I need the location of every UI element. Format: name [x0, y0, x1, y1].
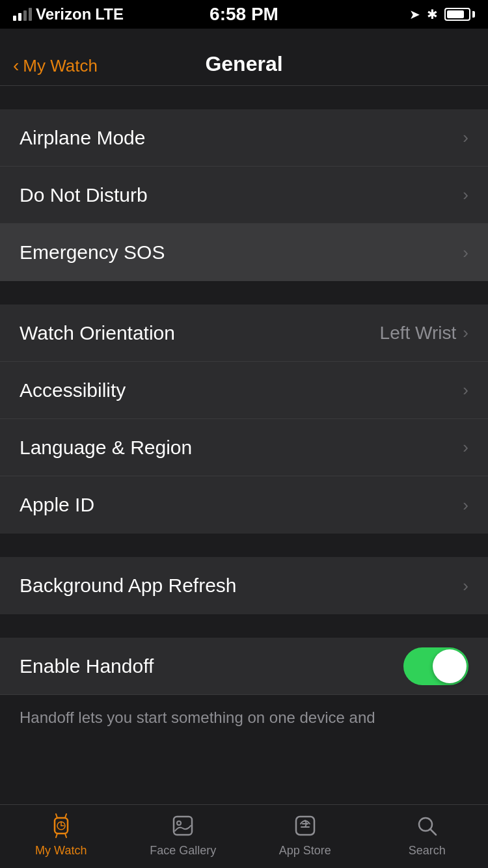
emergency-sos-right: ›	[463, 243, 468, 263]
chevron-right-icon: ›	[463, 185, 468, 205]
app-store-tab-label: App Store	[279, 844, 331, 858]
tab-app-store[interactable]: App Store	[244, 811, 366, 858]
watch-orientation-label: Watch Orientation	[20, 322, 175, 344]
list-item-watch-orientation[interactable]: Watch Orientation Left Wrist ›	[0, 305, 488, 362]
signal-bars	[13, 8, 32, 21]
language-region-label: Language & Region	[20, 437, 192, 459]
list-section-1: Airplane Mode › Do Not Disturb › Emergen…	[0, 109, 488, 281]
list-section-2: Watch Orientation Left Wrist › Accessibi…	[0, 305, 488, 534]
app-store-icon	[291, 811, 319, 840]
svg-line-4	[65, 834, 66, 837]
back-chevron-icon: ‹	[13, 55, 19, 76]
back-button[interactable]: ‹ My Watch	[0, 55, 98, 76]
tab-face-gallery[interactable]: Face Gallery	[122, 811, 245, 858]
chevron-right-icon: ›	[463, 495, 468, 515]
list-item-language-region[interactable]: Language & Region ›	[0, 419, 488, 476]
apple-id-label: Apple ID	[20, 494, 94, 516]
apple-id-right: ›	[463, 495, 468, 515]
face-gallery-tab-label: Face Gallery	[150, 844, 216, 858]
svg-line-2	[65, 814, 66, 818]
list-section-4: Enable Handoff	[0, 638, 488, 695]
emergency-sos-label: Emergency SOS	[20, 241, 165, 264]
section-spacer-4	[0, 614, 488, 638]
battery	[444, 8, 475, 21]
tab-search[interactable]: Search	[366, 811, 489, 858]
bluetooth-icon: ✱	[427, 7, 438, 22]
svg-line-12	[430, 829, 436, 835]
search-icon	[413, 811, 441, 840]
chevron-right-icon: ›	[463, 437, 468, 457]
network-type: LTE	[95, 5, 124, 23]
do-not-disturb-label: Do Not Disturb	[20, 184, 148, 206]
svg-point-9	[177, 821, 181, 825]
section-spacer-1	[0, 86, 488, 109]
background-app-refresh-label: Background App Refresh	[20, 575, 237, 597]
language-region-right: ›	[463, 437, 468, 457]
status-bar: Verizon LTE 6:58 PM ➤ ✱	[0, 0, 488, 29]
tab-bar: My Watch Face Gallery App Store	[0, 804, 488, 868]
section-spacer-2	[0, 281, 488, 305]
list-item-accessibility[interactable]: Accessibility ›	[0, 362, 488, 419]
face-gallery-icon	[169, 811, 197, 840]
handoff-description: Handoff lets you start something on one …	[0, 695, 488, 729]
enable-handoff-label: Enable Handoff	[20, 655, 154, 677]
status-time: 6:58 PM	[210, 4, 278, 25]
airplane-mode-right: ›	[463, 128, 468, 148]
section-spacer-3	[0, 534, 488, 557]
list-item-apple-id[interactable]: Apple ID ›	[0, 476, 488, 534]
search-tab-label: Search	[409, 844, 446, 858]
tab-my-watch[interactable]: My Watch	[0, 811, 122, 858]
toggle-knob	[433, 649, 467, 683]
status-left: Verizon LTE	[13, 5, 124, 23]
chevron-right-icon: ›	[463, 380, 468, 400]
list-item-background-app-refresh[interactable]: Background App Refresh ›	[0, 557, 488, 614]
status-right: ➤ ✱	[409, 7, 475, 22]
background-app-refresh-right: ›	[463, 576, 468, 596]
svg-line-3	[56, 834, 57, 837]
location-icon: ➤	[409, 7, 420, 22]
nav-bar: ‹ My Watch General	[0, 29, 488, 86]
list-section-3: Background App Refresh ›	[0, 557, 488, 614]
carrier: Verizon	[36, 5, 91, 23]
my-watch-icon	[47, 811, 75, 840]
accessibility-label: Accessibility	[20, 379, 126, 401]
watch-orientation-right: Left Wrist ›	[380, 323, 468, 344]
svg-line-1	[56, 814, 57, 818]
airplane-mode-label: Airplane Mode	[20, 127, 145, 149]
svg-rect-8	[174, 817, 192, 835]
chevron-right-icon: ›	[463, 576, 468, 596]
chevron-right-icon: ›	[463, 128, 468, 148]
enable-handoff-row: Enable Handoff	[0, 638, 488, 695]
content: Airplane Mode › Do Not Disturb › Emergen…	[0, 86, 488, 729]
list-item-airplane-mode[interactable]: Airplane Mode ›	[0, 109, 488, 167]
list-item-emergency-sos[interactable]: Emergency SOS ›	[0, 224, 488, 281]
my-watch-tab-label: My Watch	[35, 844, 87, 858]
do-not-disturb-right: ›	[463, 185, 468, 205]
chevron-right-icon: ›	[463, 323, 468, 343]
watch-orientation-value: Left Wrist	[380, 323, 457, 344]
back-label: My Watch	[23, 56, 98, 76]
page-title: General	[205, 52, 282, 76]
accessibility-right: ›	[463, 380, 468, 400]
chevron-right-icon: ›	[463, 243, 468, 263]
enable-handoff-toggle[interactable]	[403, 647, 468, 685]
list-item-do-not-disturb[interactable]: Do Not Disturb ›	[0, 167, 488, 224]
